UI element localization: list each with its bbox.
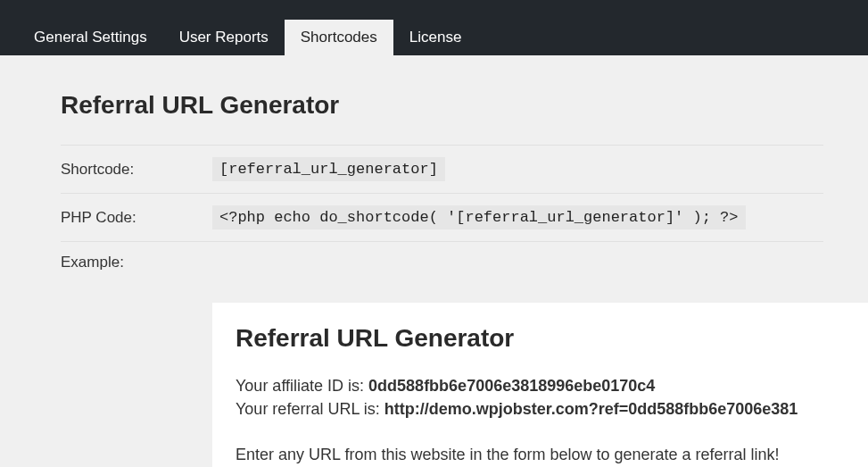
row-shortcode-value: [referral_url_generator] bbox=[212, 157, 823, 181]
tab-user-reports[interactable]: User Reports bbox=[163, 20, 285, 55]
row-php-label: PHP Code: bbox=[61, 209, 212, 227]
row-shortcode: Shortcode: [referral_url_generator] bbox=[61, 145, 823, 193]
example-title: Referral URL Generator bbox=[236, 324, 868, 353]
referral-url-prefix: Your referral URL is: bbox=[236, 400, 384, 418]
example-panel: Referral URL Generator Your affiliate ID… bbox=[212, 303, 868, 467]
tab-shortcodes[interactable]: Shortcodes bbox=[285, 20, 393, 55]
affiliate-id-value: 0dd588fbb6e7006e3818996ebe0170c4 bbox=[368, 377, 655, 395]
row-php: PHP Code: <?php echo do_shortcode( '[ref… bbox=[61, 193, 823, 241]
shortcode-code[interactable]: [referral_url_generator] bbox=[212, 157, 445, 181]
referral-url-line: Your referral URL is: http://demo.wpjobs… bbox=[236, 397, 868, 421]
page-title: Referral URL Generator bbox=[61, 91, 823, 120]
example-instruction: Enter any URL from this website in the f… bbox=[236, 446, 868, 464]
php-code[interactable]: <?php echo do_shortcode( '[referral_url_… bbox=[212, 205, 746, 229]
tab-bar: General Settings User Reports Shortcodes… bbox=[0, 18, 868, 55]
page-content: Referral URL Generator Shortcode: [refer… bbox=[0, 55, 868, 467]
affiliate-id-prefix: Your affiliate ID is: bbox=[236, 377, 368, 395]
row-example-label: Example: bbox=[61, 254, 212, 271]
affiliate-id-line: Your affiliate ID is: 0dd588fbb6e7006e38… bbox=[236, 374, 868, 397]
window-topbar bbox=[0, 0, 868, 18]
row-shortcode-label: Shortcode: bbox=[61, 161, 212, 179]
row-example: Example: bbox=[61, 241, 823, 283]
tab-license[interactable]: License bbox=[393, 20, 478, 55]
row-php-value: <?php echo do_shortcode( '[referral_url_… bbox=[212, 205, 823, 229]
referral-url-value: http://demo.wpjobster.com?ref=0dd588fbb6… bbox=[384, 400, 798, 418]
tab-general-settings[interactable]: General Settings bbox=[18, 20, 163, 55]
